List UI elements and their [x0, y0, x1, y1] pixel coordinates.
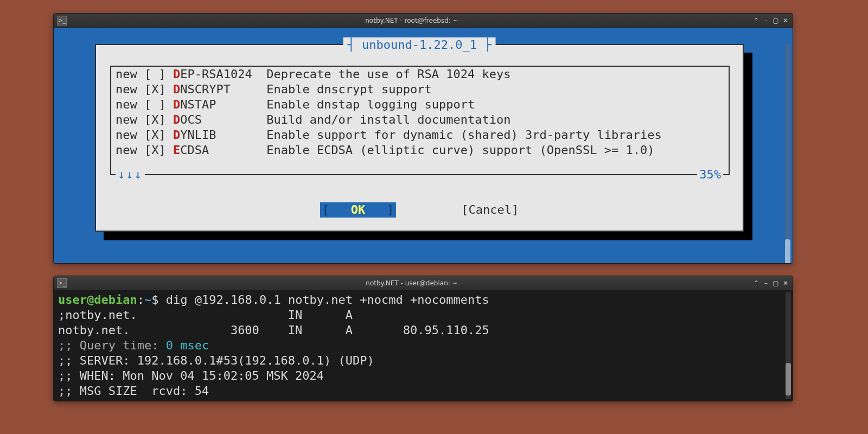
terminal-icon: >_ [57, 278, 67, 288]
option-checkbox[interactable]: [ ] [144, 97, 173, 112]
option-description: Enable support for dynamic (shared) 3rd-… [266, 127, 661, 143]
command-line: dig @192.168.0.1 notby.net +nocmd +nocom… [166, 293, 489, 307]
dig-query-time-label: ;; Query time: [58, 339, 166, 352]
scrollbar[interactable] [786, 292, 791, 399]
window-title: notby.NET - user@debian: ~ [71, 279, 752, 287]
option-row[interactable]: new [ ] DEP-RSA1024 Deprecate the use of… [111, 67, 729, 82]
titlebar[interactable]: >_ notby.NET - user@debian: ~ ⌃ – ▢ ✕ [54, 276, 793, 290]
option-row[interactable]: new [X] DYNLIB Enable support for dynami… [111, 127, 729, 143]
terminal-viewport: ┤ unbound-1.22.0_1 ├ new [ ] DEP-RSA1024… [54, 28, 793, 263]
option-row[interactable]: new [X] DNSCRYPT Enable dnscrypt support [111, 82, 729, 97]
terminal-window-debian: >_ notby.NET - user@debian: ~ ⌃ – ▢ ✕ us… [53, 276, 793, 401]
option-checkbox[interactable]: [X] [144, 82, 173, 97]
option-description: Build and/or install documentation [266, 112, 510, 127]
option-checkbox[interactable]: [X] [144, 143, 173, 158]
titlebar[interactable]: >_ notby.NET - root@freebsd: ~ ⌃ – ▢ ✕ [54, 14, 793, 28]
option-description: Enable ECDSA (elliptic curve) support (O… [266, 143, 654, 158]
minimize-button[interactable]: – [762, 17, 770, 24]
terminal-viewport[interactable]: user@debian:~$ dig @192.168.0.1 notby.ne… [54, 290, 793, 401]
option-row[interactable]: new [X] DOCS Build and/or install docume… [111, 112, 729, 127]
terminal-output: user@debian:~$ dig @192.168.0.1 notby.ne… [58, 292, 788, 399]
ok-button[interactable]: [ OK ] [320, 202, 396, 218]
dig-when: ;; WHEN: Mon Nov 04 15:02:05 MSK 2024 [58, 369, 324, 382]
dialog-title: ┤ unbound-1.22.0_1 ├ [343, 37, 496, 53]
option-row[interactable]: new [X] ECDSA Enable ECDSA (elliptic cur… [111, 143, 729, 158]
options-list[interactable]: new [ ] DEP-RSA1024 Deprecate the use of… [110, 66, 730, 174]
option-checkbox[interactable]: [ ] [144, 67, 173, 82]
terminal-icon: >_ [57, 16, 67, 25]
option-description: Enable dnstap logging support [266, 97, 475, 112]
option-row[interactable]: new [ ] DNSTAP Enable dnstap logging sup… [111, 97, 729, 112]
dig-answer: notby.net. 3600 IN A 80.95.110.25 [58, 323, 489, 337]
cancel-button[interactable]: [Cancel] [461, 202, 519, 218]
option-checkbox[interactable]: [X] [144, 112, 173, 127]
option-checkbox[interactable]: [X] [144, 127, 173, 143]
close-button[interactable]: ✕ [782, 279, 789, 287]
option-description: Deprecate the use of RSA 1024 keys [266, 67, 510, 82]
option-description: Enable dnscrypt support [266, 82, 432, 97]
dig-msg-size: ;; MSG SIZE rcvd: 54 [58, 384, 209, 398]
window-title: notby.NET - root@freebsd: ~ [71, 17, 752, 24]
dig-server: ;; SERVER: 192.168.0.1#53(192.168.0.1) (… [58, 354, 374, 367]
dig-query-time-value: 0 msec [166, 339, 209, 352]
maximize-button[interactable]: ▢ [772, 17, 780, 24]
close-button[interactable]: ✕ [782, 17, 789, 24]
scroll-down-indicator: ↓↓↓ [116, 167, 145, 182]
options-bottom-border [110, 174, 730, 175]
scroll-percent: 35% [697, 167, 723, 182]
scrollbar[interactable] [785, 44, 790, 259]
terminal-window-freebsd: >_ notby.NET - root@freebsd: ~ ⌃ – ▢ ✕ ┤… [53, 13, 793, 264]
port-options-dialog: ┤ unbound-1.22.0_1 ├ new [ ] DEP-RSA1024… [95, 44, 744, 232]
rollup-button[interactable]: ⌃ [752, 279, 760, 287]
dig-question: ;notby.net. IN A [58, 308, 353, 322]
maximize-button[interactable]: ▢ [772, 279, 780, 287]
dialog-button-row: [ OK ] [Cancel] [96, 202, 743, 218]
minimize-button[interactable]: – [762, 279, 770, 287]
rollup-button[interactable]: ⌃ [752, 17, 760, 24]
